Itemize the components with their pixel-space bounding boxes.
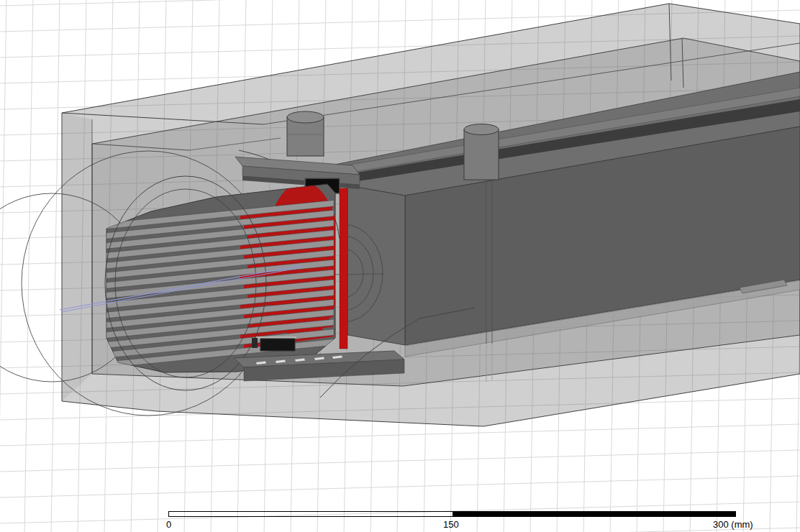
corrugation-rods bbox=[106, 200, 334, 367]
scale-label-min: 0 bbox=[166, 519, 171, 530]
mounting-post-left[interactable] bbox=[287, 111, 324, 156]
scale-bar-segment-black bbox=[453, 512, 736, 516]
mounting-post-right[interactable] bbox=[464, 124, 499, 180]
model-canvas bbox=[0, 0, 800, 532]
scale-bar-segment-white bbox=[169, 512, 453, 516]
scale-label-max: 300 (mm) bbox=[713, 519, 753, 530]
beam-end-face bbox=[347, 185, 405, 345]
scale-label-mid: 150 bbox=[443, 519, 459, 530]
modeler-3d-viewport[interactable]: 0 150 300 (mm) bbox=[0, 0, 800, 532]
post-top-cap bbox=[287, 111, 324, 123]
post-top-cap bbox=[464, 124, 499, 135]
red-dielectric-ring[interactable] bbox=[340, 188, 347, 349]
scale-bar bbox=[168, 511, 736, 517]
